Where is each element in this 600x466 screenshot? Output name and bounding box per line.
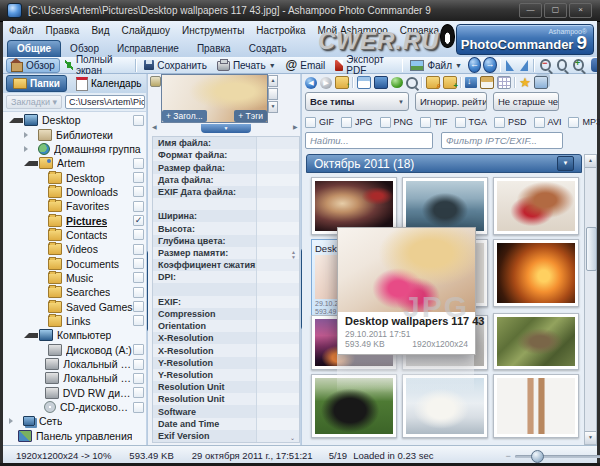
tree-item-links[interactable]: Links [4,314,147,328]
tree-item-saved-games[interactable]: Saved Games [4,299,147,313]
browser-scrollbar[interactable]: ▲ ▼ [584,154,597,445]
folder-up-icon[interactable]: ↑ [335,76,349,89]
add-tags-button[interactable]: + Тэги [234,110,267,122]
tree-checkbox[interactable] [133,373,144,384]
thumbnail-view-icon[interactable] [374,76,388,89]
file-button[interactable]: Файл▼ [405,59,467,72]
format-filter-tga[interactable]: TGA [455,117,488,128]
save-button[interactable]: Сохранить [139,59,212,72]
expander-icon[interactable] [24,161,38,166]
address-combobox[interactable]: C:\Users\Artem\Pictu▼ [65,95,145,109]
checkbox-icon[interactable] [494,117,505,128]
paste-icon[interactable] [480,76,494,89]
tree-item-documents[interactable]: Documents [4,256,147,270]
tree-item-сеть[interactable]: Сеть [4,414,147,428]
tree-checkbox[interactable] [133,315,144,326]
tree-checkbox[interactable] [133,244,144,255]
tree-checkbox[interactable] [133,402,144,413]
tree-item-downloads[interactable]: Downloads [4,185,147,199]
scrollbar-thumb[interactable] [586,227,597,271]
tree-item-pictures[interactable]: Pictures✓ [4,213,147,227]
checkbox-icon[interactable] [455,117,466,128]
rating-star-icon[interactable]: ★ [519,77,531,88]
email-button[interactable]: @ Email [281,58,331,72]
checkbox-icon[interactable] [305,117,316,128]
expander-icon[interactable] [24,132,37,138]
tree-item-домашняя-группа[interactable]: Домашняя группа [4,142,147,156]
expander-icon[interactable] [9,118,23,123]
rotate-left-icon[interactable] [506,60,514,71]
checkbox-icon[interactable] [380,117,391,128]
preview-scroll-right-icon[interactable]: ▶ [293,123,298,130]
format-filter-gif[interactable]: GIF [305,117,334,128]
tree-item-music[interactable]: Music [4,271,147,285]
ribbon-tab-4[interactable]: Правка [188,41,240,57]
tree-checkbox[interactable] [133,301,144,312]
ribbon-tab-1[interactable]: Общие [7,40,61,57]
slider-minus-icon[interactable]: − [505,451,510,461]
bookmarks-button[interactable]: Закладки ▾ [6,95,62,109]
close-button[interactable]: × [569,3,592,18]
add-caption-button[interactable]: + Загол... [162,110,207,122]
scrollbar-down-icon[interactable]: ▼ [585,431,596,444]
format-filter-mp3[interactable]: MP3 [568,117,600,128]
expander-icon[interactable] [9,418,22,424]
zoom-out-icon[interactable]: − [540,59,550,71]
tree-item-artem[interactable]: Artem [4,156,147,170]
grid-view-icon[interactable] [497,76,511,89]
tree-item-дисковод-a-[interactable]: Дисковод (A:) [4,343,147,357]
format-filter-avi[interactable]: AVI [534,117,562,128]
iptc-filter-input[interactable] [441,132,563,149]
thumbnail-fire-demon[interactable] [493,239,579,307]
rotate-right-icon[interactable] [520,60,528,71]
thumbnail-size-slider[interactable]: − + [505,450,600,461]
tree-checkbox[interactable] [133,287,144,298]
folder-search-icon[interactable]: ⌕ [426,76,440,89]
tree-item-desktop[interactable]: Desktop [4,170,147,184]
tree-item-contacts[interactable]: Contacts [4,228,147,242]
tree-checkbox[interactable]: ✓ [133,215,144,226]
slider-thumb[interactable] [531,450,544,463]
tab-calendar[interactable]: Календарь [70,75,147,93]
tree-checkbox[interactable] [133,172,144,183]
nav-back-icon[interactable]: ◀ [305,77,317,89]
preview-scroll-left-icon[interactable]: ◀ [152,123,157,130]
zoom-original-icon[interactable] [557,59,567,71]
age-filter-dropdown[interactable]: Не старше чем...▼ [493,92,559,111]
split-view-icon[interactable] [357,76,371,89]
tree-item-локальный-диск-c-[interactable]: Локальный диск (C:) [4,357,147,371]
tree-item-searches[interactable]: Searches [4,285,147,299]
title-bar[interactable]: [C:\Users\Artem\Pictures\Desktop wallpap… [0,0,600,22]
slideshow-icon[interactable] [391,77,403,88]
back-button[interactable]: ← [468,57,481,73]
tree-item-favorites[interactable]: Favorites [4,199,147,213]
tree-checkbox[interactable] [133,229,144,240]
menu-item-5[interactable]: Инструменты [176,25,250,36]
tree-item-компьютер[interactable]: Компьютер [4,328,147,342]
group-header[interactable]: Октябрь 2011 (18) ▼ [306,154,582,173]
clipped-tool-icon[interactable] [591,58,597,72]
expander-icon[interactable] [24,333,38,338]
tree-checkbox[interactable] [133,359,144,370]
file-type-dropdown[interactable]: Все типы▼ [305,92,409,111]
checkbox-icon[interactable] [568,117,579,128]
tree-checkbox[interactable] [133,186,144,197]
format-filter-tif[interactable]: TIF [420,117,448,128]
stack-icon[interactable] [534,76,548,89]
menu-item-1[interactable]: Файл [3,25,40,36]
format-filter-jpg[interactable]: JPG [341,117,373,128]
tree-checkbox[interactable] [133,387,144,398]
collapse-preview-handle[interactable]: ▼ [201,124,251,133]
preview-tool-icon[interactable] [150,76,161,87]
tree-item-videos[interactable]: Videos [4,242,147,256]
search-input[interactable] [305,132,433,149]
nav-forward-icon[interactable]: ▶ [320,77,332,89]
scroll-thumb[interactable] [268,88,278,100]
expander-icon[interactable] [24,146,37,152]
checkbox-icon[interactable] [341,117,352,128]
tab-folders[interactable]: Папки [6,75,67,92]
tree-item-панель-управления[interactable]: Панель управления [4,429,147,443]
thumbnail-owl-in-tree[interactable] [493,313,579,370]
tree-item-desktop[interactable]: Desktop [4,113,147,127]
folder-add-icon[interactable]: + [443,76,457,89]
